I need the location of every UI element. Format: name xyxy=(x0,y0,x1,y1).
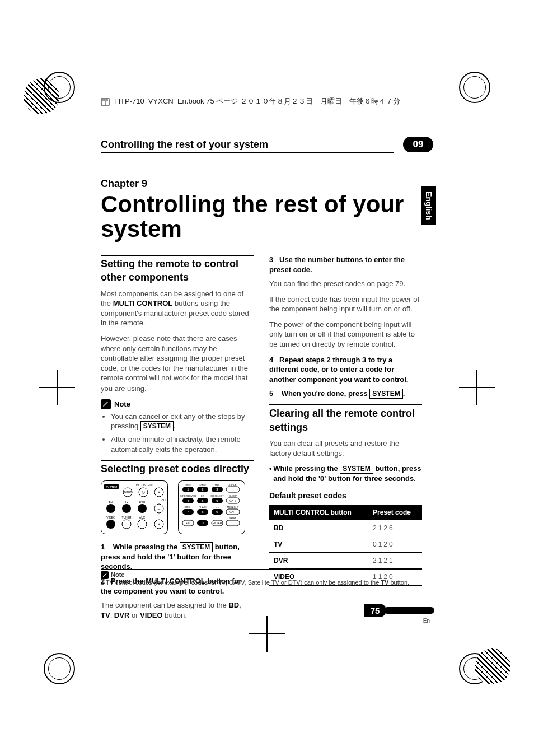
section-heading-setting-remote: Setting the remote to control other comp… xyxy=(101,255,254,284)
step-3-body: You can find the preset codes on page 79… xyxy=(269,279,422,289)
registration-hatch-bottom-right xyxy=(475,648,510,684)
print-job-header: HTP-710_VYXCN_En.book 75 ページ ２０１０年８月２３日 … xyxy=(101,94,456,109)
remote-illustrations: SYSTEM TV CONTROL INPUT ⏻ + CH BD TV DVR… xyxy=(101,480,254,534)
svg-text:TV CONTROL: TV CONTROL xyxy=(135,483,153,487)
svg-text:MJX: MJX xyxy=(215,483,220,486)
book-icon xyxy=(101,97,110,106)
system-keycap: SYSTEM xyxy=(340,464,373,474)
running-header-rule xyxy=(101,152,394,153)
paragraph: If the correct code has been input the p… xyxy=(269,295,422,314)
svg-text:SYSTEM: SYSTEM xyxy=(106,485,118,488)
svg-text:DVR: DVR xyxy=(139,500,146,503)
registration-target-right xyxy=(459,370,495,405)
svg-text:CH –: CH – xyxy=(229,510,236,514)
table-header-code: Preset code xyxy=(368,505,422,520)
step-5: 5 When you're done, press SYSTEM. xyxy=(269,389,422,399)
registration-target-left xyxy=(39,370,75,405)
page-number-label: En xyxy=(423,618,430,624)
chapter-label: Chapter 9 xyxy=(101,178,422,190)
note-icon xyxy=(101,399,111,409)
table-header-button: MULTI CONTROL button xyxy=(269,505,368,520)
svg-text:⏻: ⏻ xyxy=(142,491,145,494)
svg-text:CH: CH xyxy=(161,498,166,502)
svg-rect-48 xyxy=(226,487,240,492)
svg-point-24 xyxy=(122,520,131,529)
step-3: 3Use the number buttons to enter the pre… xyxy=(269,255,422,274)
list-item: You can cancel or exit any of the steps … xyxy=(111,412,254,432)
paragraph: The power of the component being input w… xyxy=(269,320,422,349)
crop-mark-top-left xyxy=(44,72,75,103)
step-4: 4Repeat steps 2 through 3 to try a diffe… xyxy=(269,355,422,385)
svg-text:+: + xyxy=(158,522,161,527)
paragraph: However, please note that there are case… xyxy=(101,334,254,394)
svg-text:SLEEP: SLEEP xyxy=(229,494,237,497)
svg-point-23 xyxy=(106,520,115,529)
svg-text:PHASE: PHASE xyxy=(199,506,207,508)
footnote-rule xyxy=(101,569,422,570)
svg-text:TEST: TEST xyxy=(185,483,191,486)
print-job-text: HTP-710_VYXCN_En.book 75 ページ ２０１０年８月２３日 … xyxy=(115,97,400,105)
svg-text:ENTER: ENTER xyxy=(213,521,222,525)
svg-text:VIDEO: VIDEO xyxy=(106,516,115,519)
chapter-number-badge: 09 xyxy=(403,137,433,152)
svg-text:INPUT: INPUT xyxy=(124,491,132,494)
chapter-title: Controlling the rest of your system xyxy=(101,192,422,241)
paragraph: Most components can be assigned to one o… xyxy=(101,289,254,328)
step-2-body: The component can be assigned to the BD,… xyxy=(101,600,254,620)
running-header-title: Controlling the rest of your system xyxy=(101,139,397,151)
table-row: DVR2121 xyxy=(269,553,422,569)
svg-text:TV: TV xyxy=(125,500,129,503)
section-heading-selecting-codes: Selecting preset codes directly xyxy=(101,460,254,475)
svg-text:+10: +10 xyxy=(186,521,191,525)
page-number-ornament: 75 xyxy=(364,604,434,617)
page-number: 75 xyxy=(364,604,386,617)
svg-text:EQ: EQ xyxy=(201,494,205,497)
svg-text:S.RETRIEVER: S.RETRIEVER xyxy=(180,494,196,497)
note-icon xyxy=(101,571,109,579)
svg-text:DISPLAY: DISPLAY xyxy=(228,483,238,486)
table-heading: Default preset codes xyxy=(269,491,422,501)
svg-text:CH +: CH + xyxy=(229,499,236,502)
section-heading-clearing: Clearing all the remote control settings xyxy=(269,404,422,434)
table-row: BD2126 xyxy=(269,520,422,536)
svg-point-15 xyxy=(106,504,115,513)
system-keycap: SYSTEM xyxy=(180,542,213,552)
list-item: After one minute of inactivity, the remo… xyxy=(111,435,254,454)
remote-numpad-diagram: TEST D.F/D MJX DISPLAY S.RETRIEVER EQ CH… xyxy=(178,480,245,534)
paragraph: You can clear all presets and restore th… xyxy=(269,438,422,458)
svg-text:+: + xyxy=(158,490,161,495)
svg-rect-71 xyxy=(226,520,240,526)
system-keycap: SYSTEM xyxy=(369,389,402,399)
crop-mark-bottom-left xyxy=(44,653,75,684)
language-tab: English xyxy=(421,186,436,225)
step-1: 1 While pressing the SYSTEM button, pres… xyxy=(101,542,254,572)
remote-top-diagram: SYSTEM TV CONTROL INPUT ⏻ + CH BD TV DVR… xyxy=(101,480,168,534)
footnote: Note 1 TV control codes (for example, co… xyxy=(101,571,422,586)
svg-text:–: – xyxy=(158,506,161,511)
crop-mark-top-right xyxy=(459,72,490,103)
svg-text:CH SELECT: CH SELECT xyxy=(210,494,224,497)
svg-point-16 xyxy=(122,504,131,513)
note-heading: Note xyxy=(101,399,254,409)
svg-point-17 xyxy=(138,504,147,513)
table-row: TV0120 xyxy=(269,536,422,553)
system-keycap: SYSTEM xyxy=(140,421,174,431)
bullet-step: • While pressing the SYSTEM button, pres… xyxy=(269,464,422,484)
svg-text:AUX: AUX xyxy=(139,516,146,519)
svg-text:SB CH: SB CH xyxy=(185,506,192,508)
svg-text:TUNER: TUNER xyxy=(121,516,132,519)
svg-text:D.F/D: D.F/D xyxy=(200,483,206,486)
svg-text:BD: BD xyxy=(109,500,113,503)
svg-text:MIDNIGHT: MIDNIGHT xyxy=(227,506,239,508)
svg-text:– +: – + xyxy=(216,506,219,508)
note-list: You can cancel or exit any of the steps … xyxy=(101,412,254,455)
svg-text:SHIFT: SHIFT xyxy=(229,517,237,520)
svg-point-25 xyxy=(138,520,147,529)
